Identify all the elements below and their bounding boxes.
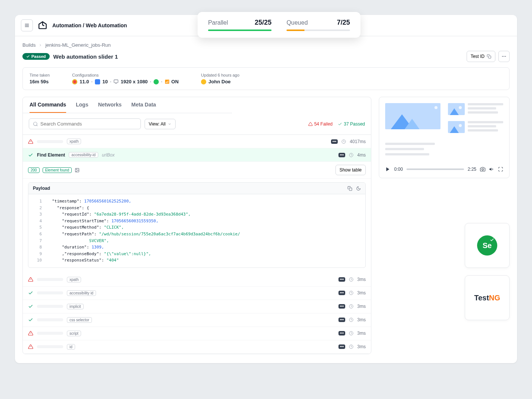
video-scrubber[interactable] xyxy=(406,168,464,170)
tab-networks[interactable]: Networks xyxy=(98,102,121,113)
duration: 3ms xyxy=(357,277,366,282)
chevron-right-icon xyxy=(38,43,42,47)
more-icon[interactable]: ••• xyxy=(338,291,346,295)
page-title: Web automation slider 1 xyxy=(53,53,118,60)
svg-point-4 xyxy=(502,56,503,57)
meta-card: Time taken 16m 59s Configurations 11.0· … xyxy=(22,67,510,90)
volume-icon[interactable] xyxy=(489,167,494,172)
clock-icon xyxy=(349,331,353,335)
time-taken-value: 16m 59s xyxy=(30,79,50,84)
check-icon xyxy=(490,238,494,242)
check-icon xyxy=(28,152,33,158)
configurations-label: Configurations xyxy=(72,73,179,77)
svg-rect-16 xyxy=(349,188,352,190)
logo-icon xyxy=(37,20,48,31)
selector-tag: accessibility-id xyxy=(69,152,98,158)
video-time-end: 2:25 xyxy=(468,167,476,172)
command-row[interactable]: accessibility id •••3ms xyxy=(23,287,371,300)
check-icon xyxy=(338,122,342,126)
status-code: 200 xyxy=(28,167,40,173)
more-icon[interactable]: ••• xyxy=(338,318,346,322)
command-row[interactable]: xpath •••3ms xyxy=(23,273,371,287)
command-detail-row: 200 Element found Show table xyxy=(23,162,371,179)
check-icon xyxy=(26,55,30,58)
duration: 3ms xyxy=(357,344,366,349)
command-row[interactable]: implicit •••3ms xyxy=(23,300,371,313)
placeholder-image xyxy=(448,121,465,133)
warning-icon xyxy=(28,344,33,349)
warning-icon xyxy=(308,122,313,126)
tabs: All Commands Logs Networks Meta Data xyxy=(23,97,232,113)
parallel-value: 25/25 xyxy=(255,19,272,27)
monitor-icon xyxy=(114,79,118,84)
placeholder-image xyxy=(385,103,440,129)
clock-icon xyxy=(349,291,353,295)
command-row[interactable]: id •••3ms xyxy=(23,340,371,354)
status-msg: Element found xyxy=(43,167,72,173)
more-icon[interactable]: ••• xyxy=(338,304,346,309)
selector-tag: implicit xyxy=(67,304,84,309)
duration: 3ms xyxy=(357,331,366,336)
crumb-root[interactable]: Builds xyxy=(22,42,35,48)
command-row[interactable]: xpath •••4017ms xyxy=(23,135,371,148)
tab-all-commands[interactable]: All Commands xyxy=(30,102,66,113)
passed-count: 37 Passed xyxy=(338,121,365,127)
clock-icon xyxy=(349,277,353,282)
svg-rect-7 xyxy=(114,80,118,83)
camera-icon[interactable] xyxy=(480,167,485,172)
breadcrumb: Builds jenkins-ML_Generic_jobs-Run xyxy=(22,42,510,48)
svg-rect-3 xyxy=(489,56,491,59)
command-row[interactable]: css selector •••3ms xyxy=(23,313,371,327)
hamburger-icon xyxy=(24,23,30,28)
svg-point-9 xyxy=(34,122,37,125)
image-icon[interactable] xyxy=(75,168,80,173)
duration: 4017ms xyxy=(350,139,366,144)
more-icon[interactable]: ••• xyxy=(338,344,346,349)
menu-button[interactable] xyxy=(21,19,33,31)
parallel-label: Parallel xyxy=(208,19,228,26)
svg-marker-26 xyxy=(386,167,389,171)
avatar xyxy=(201,79,206,84)
status-badge: Passed xyxy=(22,53,50,60)
duration: 3ms xyxy=(357,317,366,322)
warning-icon xyxy=(28,331,33,336)
more-icon[interactable]: ••• xyxy=(331,139,338,144)
moon-icon[interactable] xyxy=(356,186,361,191)
selector-tag: xpath xyxy=(67,139,81,144)
fullscreen-icon[interactable] xyxy=(498,167,503,172)
testng-card: TestNG xyxy=(465,275,510,320)
video-player-card: 0:00 2:25 xyxy=(379,97,510,178)
clock-icon xyxy=(349,304,353,309)
svg-point-15 xyxy=(76,169,77,170)
clock-icon xyxy=(349,153,353,157)
selenium-card: Se xyxy=(465,223,510,268)
video-time-start: 0:00 xyxy=(394,167,403,172)
selector-tag: accessibility id xyxy=(67,290,96,296)
tab-meta-data[interactable]: Meta Data xyxy=(132,102,156,113)
tab-logs[interactable]: Logs xyxy=(76,102,88,113)
breadcrumb-top: Automation / Web Automation xyxy=(52,22,127,28)
command-row[interactable]: Find Element accessibility-id urlBox •••… xyxy=(23,148,371,162)
command-row[interactable]: script •••3ms xyxy=(23,327,371,340)
test-id-button[interactable]: Test ID xyxy=(467,51,495,62)
chrome-icon xyxy=(72,79,77,84)
chevron-down-icon xyxy=(168,122,171,126)
more-icon[interactable]: ••• xyxy=(338,153,346,157)
play-icon[interactable] xyxy=(385,167,390,172)
check-icon xyxy=(28,290,33,296)
more-icon[interactable]: ••• xyxy=(338,277,346,282)
queued-value: 7/25 xyxy=(337,19,350,27)
selector-tag: xpath xyxy=(67,277,81,282)
selector-tag: id xyxy=(67,344,75,350)
duration: 4ms xyxy=(357,152,366,158)
show-table-button[interactable]: Show table xyxy=(335,165,366,175)
check-icon xyxy=(28,304,33,309)
more-icon[interactable]: ••• xyxy=(338,331,346,335)
more-button[interactable] xyxy=(498,51,510,62)
payload-panel: Payload 1 "timestamp": 17056656016252520… xyxy=(28,182,366,268)
configurations-value: 11.0· 10· 1920 x 1080· · 📶 ON xyxy=(72,79,179,84)
search-input[interactable] xyxy=(29,118,141,129)
view-filter-button[interactable]: View: All xyxy=(145,119,176,129)
signal-icon: 📶 xyxy=(165,80,169,84)
copy-icon[interactable] xyxy=(347,186,352,191)
